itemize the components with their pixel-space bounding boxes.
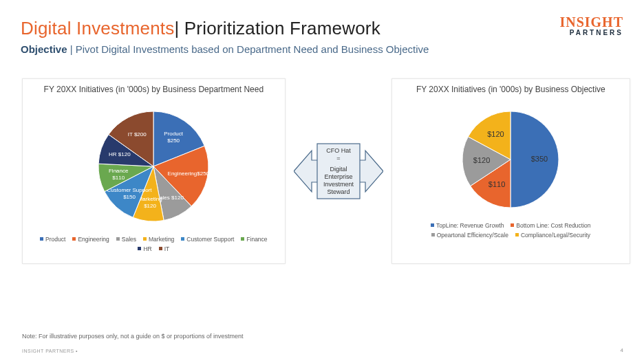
legend-swatch [515, 233, 519, 236]
brand-logo: INSIGHT PARTNERS [559, 15, 623, 36]
slice-label: $150 [123, 193, 136, 199]
subtitle-label: Objective [21, 43, 67, 55]
legend-label: IT [164, 245, 170, 252]
legend-label: Compliance/Legal/Security [521, 232, 590, 239]
legend-label: TopLine: Revenue Growth [436, 222, 504, 229]
legend-swatch [511, 223, 514, 227]
legend-item: Engineering [72, 236, 109, 243]
center-line2: = [336, 155, 340, 162]
slice-label: $120 [144, 202, 156, 208]
legend-item: HR [138, 245, 151, 252]
slice-label: $350 [531, 155, 548, 163]
logo-wordmark-top: INSIGHT [559, 15, 623, 29]
slice-label: $250 [168, 138, 180, 144]
slice-label: $110 [113, 175, 125, 181]
legend-label: Bottom Line: Cost Reduction [516, 222, 590, 229]
chart-left-title: FY 20XX Initiatives (in '000s) by Busine… [23, 79, 285, 98]
slice-label: HR $120 [109, 151, 131, 157]
legend-item: Bottom Line: Cost Reduction [511, 222, 590, 229]
legend-item: TopLine: Revenue Growth [431, 222, 504, 229]
legend-item: Product [40, 236, 65, 243]
legend-swatch [181, 237, 184, 241]
chart-right-pie: $350$110$120$120 [449, 101, 572, 218]
legend-label: Sales [122, 236, 136, 243]
main-content: FY 20XX Initiatives (in '000s) by Busine… [0, 55, 644, 264]
center-line4: Enterprise [324, 173, 352, 180]
chart-left-pie-wrap: Product$250Engineering$250Sales $120Mark… [23, 98, 285, 232]
legend-label: Finance [246, 236, 267, 243]
legend-swatch [116, 237, 120, 241]
slide-title: Digital Investments| Prioritization Fram… [21, 18, 623, 39]
legend-item: Sales [116, 236, 136, 243]
chart-right-pie-wrap: $350$110$120$120 [392, 98, 630, 218]
slice-label: $110 [489, 179, 505, 188]
footnote: Note: For illustrative purposes only, no… [22, 333, 244, 340]
logo-wordmark-bottom: PARTNERS [559, 30, 623, 36]
center-line3: Digital [330, 166, 347, 173]
center-line1: CFO Hat [326, 147, 351, 154]
chart-left-container: FY 20XX Initiatives (in '000s) by Busine… [22, 78, 286, 264]
legend-swatch [72, 237, 76, 241]
legend-swatch [40, 237, 43, 241]
slice-label: Finance [109, 168, 129, 174]
legend-label: HR [143, 245, 151, 252]
legend-item: IT [159, 245, 170, 252]
slice-label: $120 [488, 129, 504, 138]
page-number: 4 [621, 347, 623, 353]
subtitle-text: | Pivot Digital Investments based on Dep… [67, 43, 429, 55]
legend-item: Finance [241, 236, 267, 243]
center-line6: Steward [327, 188, 350, 195]
legend-swatch [431, 233, 435, 236]
center-line5: Investment [323, 181, 354, 188]
center-arrow-box: CFO Hat = Digital Enterprise Investment … [294, 130, 383, 212]
two-way-arrow-icon: CFO Hat = Digital Enterprise Investment … [294, 130, 383, 212]
chart-left-pie: Product$250Engineering$250Sales $120Mark… [85, 101, 222, 232]
slice-label: Product [164, 131, 184, 137]
chart-right-title: FY 20XX Initiatives (in '000s) by Busine… [392, 79, 630, 98]
legend-swatch [143, 237, 147, 241]
slice-label: Customer Support [107, 186, 153, 192]
chart-left-legend: ProductEngineeringSalesMarketingCustomer… [23, 232, 285, 256]
legend-label: Engineering [78, 236, 109, 243]
slide-header: Digital Investments| Prioritization Fram… [0, 0, 644, 55]
footer-left: INSIGHT PARTNERS • [22, 349, 78, 353]
legend-label: Marketing [149, 236, 174, 243]
slide-subtitle: Objective | Pivot Digital Investments ba… [21, 43, 623, 55]
slice-label: IT $200 [128, 131, 147, 137]
chart-right-legend: TopLine: Revenue GrowthBottom Line: Cost… [392, 218, 630, 243]
slice-label: $120 [473, 155, 490, 164]
legend-item: Opeartonal Efficiency/Scale [431, 232, 508, 239]
title-highlight: Digital Investments [21, 18, 174, 38]
legend-swatch [138, 247, 141, 250]
chart-right-container: FY 20XX Initiatives (in '000s) by Busine… [391, 78, 630, 264]
legend-label: Customer Support [186, 236, 234, 243]
title-rest: | Prioritization Framework [174, 18, 380, 38]
legend-item: Compliance/Legal/Security [515, 232, 590, 239]
legend-item: Customer Support [181, 236, 234, 243]
legend-label: Opeartonal Efficiency/Scale [437, 232, 508, 239]
legend-item: Marketing [143, 236, 174, 243]
legend-swatch [159, 247, 162, 250]
legend-label: Product [45, 236, 65, 243]
legend-swatch [431, 223, 434, 227]
legend-swatch [241, 237, 244, 241]
slice-label: Engineering$250 [168, 170, 210, 177]
